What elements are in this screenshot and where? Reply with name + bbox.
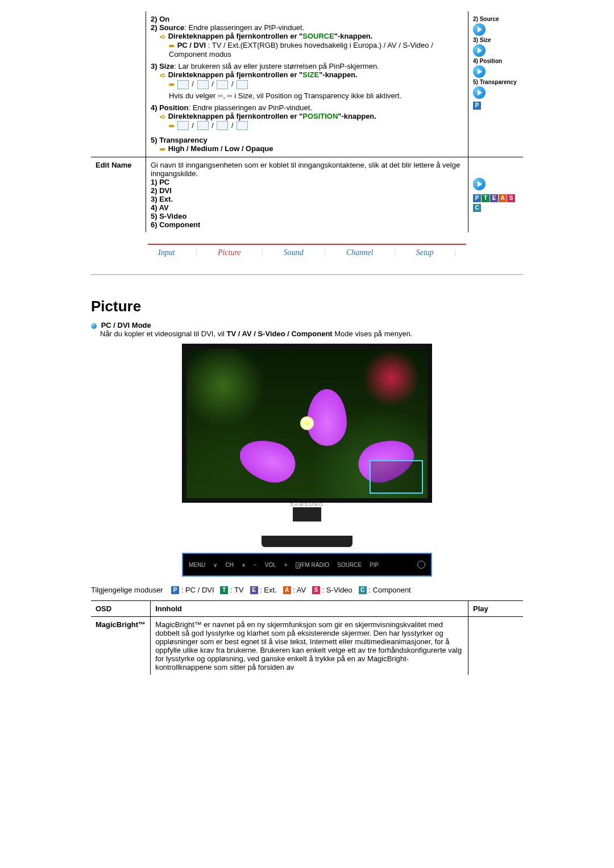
empty-cell	[91, 11, 146, 157]
th-osd: OSD	[91, 600, 151, 616]
mode-heading: PC / DVI Mode	[101, 321, 151, 329]
arrow-sub-icon: ➨	[160, 145, 166, 153]
source-button[interactable]: SOURCE	[337, 562, 362, 568]
edit-opt: 5) S-Video	[151, 212, 463, 220]
pip-overlay	[370, 460, 423, 494]
vol-label: VOL	[265, 562, 276, 568]
edit-opt: 3) Ext.	[151, 195, 463, 203]
arrow-sub-icon: ➨	[169, 41, 175, 50]
position-option-icon	[197, 121, 209, 130]
position-option-icon	[217, 121, 228, 130]
picture-heading: Picture	[91, 298, 523, 315]
mode-p-icon: P	[171, 586, 179, 594]
tab-input[interactable]: Input	[158, 248, 175, 257]
position-item: 4) Position: Endre plasseringen av PinP-…	[151, 103, 463, 112]
position-option-icon	[177, 121, 189, 130]
play-button[interactable]	[473, 178, 486, 190]
size-option-icon	[217, 80, 228, 89]
menu-button[interactable]: MENU	[189, 562, 205, 568]
mode-s-icon: S	[312, 586, 320, 594]
play-button[interactable]	[473, 44, 486, 57]
mode-a-icon: A	[283, 586, 291, 594]
on-item: 2) On	[151, 15, 463, 23]
tab-picture[interactable]: Picture	[218, 248, 241, 257]
source-remote: ➪ Direkteknappen på fjernkontrollen er "…	[151, 32, 463, 41]
power-icon[interactable]	[417, 561, 425, 569]
magicbright-label: MagicBright™	[91, 616, 151, 675]
mode-c-icon: C	[359, 586, 367, 594]
play-button[interactable]	[473, 86, 486, 99]
tab-channel[interactable]: Channel	[346, 248, 373, 257]
th-innhold: Innhold	[151, 600, 468, 616]
pip-button[interactable]: PIP	[370, 562, 379, 568]
edit-opt: 4) AV	[151, 203, 463, 212]
source-item: 2) Source: Endre plasseringen av PIP-vin…	[151, 23, 463, 32]
modes-legend: Tilgjengelige moduser P : PC / DVI T : T…	[91, 585, 523, 594]
play-button[interactable]	[473, 23, 486, 36]
monitor-illustration: SAMSUNG MENU ∨ CH ∧ − VOL + ▯/FM RADIO S…	[182, 344, 432, 577]
tab-setup[interactable]: Setup	[416, 248, 434, 257]
arrow-sub-icon: ➨	[169, 122, 175, 130]
position-option-icon	[237, 121, 248, 130]
picture-table: OSD Innhold Play MagicBright™ MagicBrigh…	[91, 600, 523, 675]
radio-button[interactable]: ▯/FM RADIO	[296, 562, 330, 568]
arrow-icon: ➪	[160, 32, 166, 41]
mode-c-icon: C	[473, 204, 481, 212]
size-options: ➨ / / /	[151, 80, 463, 89]
pip-content: 2) On 2) Source: Endre plasseringen av P…	[146, 11, 468, 157]
control-bar: MENU ∨ CH ∧ − VOL + ▯/FM RADIO SOURCE PI…	[182, 553, 432, 577]
play-column: PTEASC	[468, 157, 524, 233]
position-remote: ➪ Direkteknappen på fjernkontrollen er "…	[151, 112, 463, 121]
play-button[interactable]	[473, 65, 486, 78]
ch-label: CH	[225, 562, 233, 568]
size-option-icon	[177, 80, 189, 89]
monitor-screen	[182, 344, 432, 503]
th-play: Play	[468, 600, 524, 616]
tab-sound[interactable]: Sound	[284, 248, 304, 257]
mode-e-icon: E	[490, 194, 498, 202]
size-remote: ➪ Direkteknappen på fjernkontrollen er "…	[151, 70, 463, 80]
mode-p-icon: P	[473, 102, 481, 110]
mode-s-icon: S	[507, 194, 515, 202]
divider	[91, 274, 523, 275]
arrow-icon: ➪	[160, 112, 166, 121]
position-options: ➨ / / /	[151, 121, 463, 131]
mode-text: Når du kopler et videosignal til DVI, vi…	[100, 329, 523, 338]
mode-e-icon: E	[250, 586, 258, 594]
mode-t-icon: T	[220, 586, 228, 594]
edit-opt: 2) DVI	[151, 186, 463, 195]
magicbright-play	[468, 616, 524, 675]
mode-t-icon: T	[482, 194, 489, 202]
arrow-icon: ➪	[160, 71, 166, 80]
size-option-icon	[237, 80, 248, 89]
transparency-item: 5) Transparency	[151, 136, 463, 144]
size-note: Hvis du velger ▫▫, ▫▫ i Size, vil Positi…	[151, 91, 463, 100]
bullet-icon	[91, 323, 97, 329]
ch-up-icon[interactable]: ∧	[242, 562, 246, 568]
edit-opt: 1) PC	[151, 178, 463, 186]
mode-p-icon: P	[473, 194, 481, 202]
arrow-sub-icon: ➨	[169, 80, 175, 89]
pip-settings-table: 2) On 2) Source: Endre plasseringen av P…	[91, 11, 523, 232]
magicbright-text: MagicBright™ er navnet på en ny skjermfu…	[151, 616, 468, 675]
edit-opt: 6) Component	[151, 220, 463, 229]
mode-row: PC / DVI Mode	[91, 321, 523, 329]
edit-name-content: Gi navn til inngangsenheten som er koble…	[146, 157, 468, 233]
source-modes: ➨ PC / DVI PC / DVI : TV / Ext.(EXT(RGB)…	[151, 41, 463, 59]
vol-up-icon[interactable]: +	[284, 562, 288, 568]
transparency-options: ➨ High / Medium / Low / Opaque	[151, 144, 463, 153]
size-item: 3) Size: Lar brukeren slå av eller juste…	[151, 62, 463, 70]
mode-a-icon: A	[499, 194, 507, 202]
section-nav: Input| Picture| Sound| Channel| Setup|	[148, 244, 466, 257]
size-option-icon	[197, 80, 209, 89]
ch-down-icon[interactable]: ∨	[213, 562, 217, 568]
edit-name-label: Edit Name	[91, 157, 146, 233]
vol-down-icon[interactable]: −	[254, 562, 257, 568]
play-column: 2) Source 3) Size 4) Position 5) Transpa…	[468, 11, 524, 157]
